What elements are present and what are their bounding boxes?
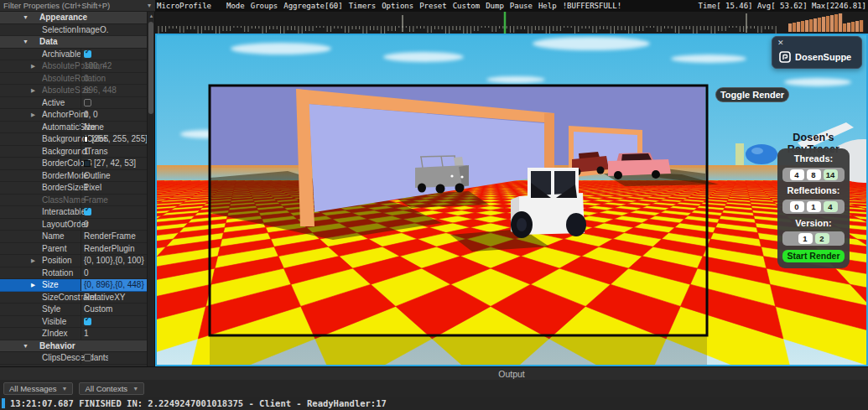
property-row[interactable]: Active: [0, 97, 148, 110]
raytracer-option[interactable]: 4: [824, 201, 838, 212]
output-tab[interactable]: Output: [155, 367, 868, 381]
menu-item[interactable]: !BUFFERSFULL!: [563, 2, 621, 10]
property-value[interactable]: Outline: [81, 170, 148, 182]
property-value[interactable]: 896, 448: [81, 85, 148, 96]
property-row[interactable]: ▶AnchorPoint0, 0: [0, 109, 148, 122]
checkbox-checked[interactable]: [84, 318, 91, 325]
property-row[interactable]: ▶AbsoluteSize896, 448: [0, 85, 148, 97]
property-row[interactable]: BackgroundTrans...1: [0, 146, 148, 158]
menu-item[interactable]: Custom: [453, 2, 481, 10]
property-row[interactable]: Interactable: [0, 206, 148, 219]
property-value[interactable]: 0, 0: [81, 109, 148, 121]
property-value[interactable]: {0, 896},{0, 448}: [81, 279, 148, 291]
filter-dropdown-caret-icon[interactable]: ▾: [143, 2, 155, 9]
menu-item[interactable]: Groups: [251, 2, 278, 10]
checkbox-unchecked[interactable]: [84, 354, 91, 361]
menu-item[interactable]: Aggregate[60]: [283, 2, 342, 10]
property-row[interactable]: LayoutOrder0: [0, 219, 148, 231]
property-row[interactable]: Archivable: [0, 49, 148, 61]
raytracer-option[interactable]: 1: [798, 233, 813, 244]
property-value[interactable]: 1: [81, 182, 148, 194]
scroll-up-icon[interactable]: ▲: [148, 13, 155, 20]
menu-item[interactable]: Dump: [486, 2, 504, 10]
property-value[interactable]: [81, 352, 148, 364]
property-row[interactable]: ClipsDescendants: [0, 352, 148, 365]
all-contexts-dropdown[interactable]: All Contexts ▼: [79, 382, 144, 395]
raytracer-option[interactable]: 0: [790, 201, 804, 212]
property-value[interactable]: [255, 255, 255]: [81, 133, 148, 145]
property-value[interactable]: Custom: [81, 304, 148, 315]
property-row[interactable]: BackgroundColor3[255, 255, 255]: [0, 133, 148, 146]
section-collapse-icon[interactable]: ▼: [23, 39, 29, 44]
expand-icon[interactable]: ▶: [31, 255, 35, 267]
property-row[interactable]: SelectionImageO...: [0, 24, 148, 37]
color-swatch[interactable]: [84, 160, 91, 167]
property-value[interactable]: RenderFrame: [81, 231, 148, 242]
property-value[interactable]: 0: [81, 267, 148, 279]
property-value[interactable]: {0, 100},{0, 100}: [81, 255, 148, 267]
property-row[interactable]: StyleCustom: [0, 304, 148, 316]
property-value[interactable]: RelativeXY: [81, 292, 148, 304]
menu-item[interactable]: MicroProfile: [157, 2, 211, 10]
property-section[interactable]: ▼Data: [0, 36, 148, 49]
close-icon[interactable]: ✕: [777, 39, 784, 47]
property-value[interactable]: [27, 42, 53]: [81, 158, 148, 169]
property-value[interactable]: 0: [81, 219, 148, 231]
property-value[interactable]: 1: [81, 146, 148, 158]
checkbox-unchecked[interactable]: [84, 99, 91, 106]
property-row[interactable]: ZIndex1: [0, 328, 148, 340]
color-swatch[interactable]: [84, 136, 88, 143]
property-value[interactable]: [81, 24, 148, 36]
properties-scrollbar[interactable]: ▲: [147, 12, 154, 366]
property-row[interactable]: ▶Position{0, 100},{0, 100}: [0, 255, 148, 267]
property-row[interactable]: Rotation0: [0, 267, 148, 280]
property-value[interactable]: 1: [81, 328, 148, 340]
property-row[interactable]: NameRenderFrame: [0, 231, 148, 243]
property-value[interactable]: [81, 97, 148, 109]
scene-canvas[interactable]: [155, 34, 868, 366]
property-value[interactable]: 0: [81, 73, 148, 85]
property-value[interactable]: RenderPlugin: [81, 243, 148, 255]
property-row[interactable]: AbsoluteRotation0: [0, 73, 148, 86]
property-value[interactable]: [81, 206, 148, 218]
menu-item[interactable]: Help: [538, 2, 557, 10]
raytracer-option[interactable]: 1: [807, 201, 821, 212]
property-row[interactable]: ClassNameFrame: [0, 195, 148, 207]
property-row[interactable]: BorderSizePixel1: [0, 182, 148, 195]
raytracer-option[interactable]: 14: [824, 169, 838, 180]
checkbox-checked[interactable]: [84, 208, 91, 215]
raytracer-option[interactable]: 2: [815, 233, 829, 244]
raytracer-option[interactable]: 8: [807, 169, 821, 180]
menu-item[interactable]: Timers: [349, 2, 377, 10]
property-value[interactable]: Frame: [81, 195, 148, 206]
menu-item[interactable]: Pause: [510, 2, 533, 10]
property-row[interactable]: SizeConstraintRelativeXY: [0, 292, 148, 304]
property-section[interactable]: ▼Behavior: [0, 340, 148, 353]
property-row[interactable]: ParentRenderPlugin: [0, 243, 148, 256]
property-row[interactable]: BorderModeOutline: [0, 170, 148, 183]
menu-item[interactable]: Mode: [226, 2, 245, 10]
menu-item[interactable]: Preset: [419, 2, 447, 10]
property-section[interactable]: ▼Appearance: [0, 12, 148, 24]
property-row[interactable]: AutomaticSizeNone: [0, 122, 148, 134]
section-collapse-icon[interactable]: ▼: [23, 343, 29, 349]
property-row[interactable]: Visible: [0, 316, 148, 329]
output-log-row[interactable]: 13:21:07.687 FINISHED IN: 2.224924700101…: [0, 397, 868, 410]
3d-viewport[interactable]: ✕ DosenSuppe Toggle Render Dosen's RayTr…: [155, 34, 868, 366]
toggle-render-button[interactable]: Toggle Render: [715, 87, 789, 102]
expand-icon[interactable]: ▶: [31, 279, 35, 292]
property-row[interactable]: ▶Size{0, 896},{0, 448}: [0, 279, 148, 292]
property-value[interactable]: None: [81, 122, 148, 133]
expand-icon[interactable]: ▶: [31, 85, 35, 97]
microprofile-graph[interactable]: [155, 12, 868, 34]
scrollbar-thumb[interactable]: [148, 22, 153, 114]
property-value[interactable]: [81, 49, 148, 60]
all-messages-dropdown[interactable]: All Messages ▼: [3, 382, 73, 395]
properties-filter-input[interactable]: [0, 1, 143, 11]
raytracer-option[interactable]: 4: [790, 169, 804, 180]
property-value[interactable]: 100, 42: [81, 60, 148, 72]
expand-icon[interactable]: ▶: [31, 60, 35, 73]
property-row[interactable]: ▶AbsolutePosition100, 42: [0, 60, 148, 73]
property-row[interactable]: BorderColor3[27, 42, 53]: [0, 158, 148, 170]
expand-icon[interactable]: ▶: [31, 109, 35, 122]
